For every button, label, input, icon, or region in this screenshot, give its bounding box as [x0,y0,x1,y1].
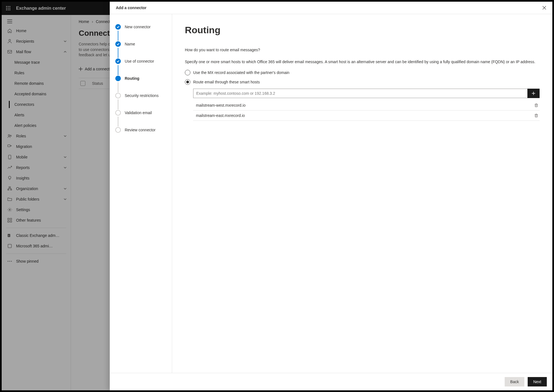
step-label: Routing [125,76,139,81]
smart-host-value: mailstream-west.mxrecord.io [196,103,246,107]
step-label: Validation email [125,111,152,115]
step-use-of-connector[interactable]: Use of connector [115,56,166,66]
step-done-icon [115,58,121,64]
option-mx-record[interactable]: Use the MX record associated with the pa… [185,70,540,75]
step-label: Use of connector [125,59,154,63]
step-name[interactable]: Name [115,39,166,49]
smart-host-value: mailstream-east.mxrecord.io [196,113,245,118]
step-label: Security restrictions [125,93,159,98]
step-future-icon [115,93,121,98]
content-heading: Routing [185,25,540,35]
step-review-connector[interactable]: Review connector [115,125,166,135]
step-future-icon [115,110,121,116]
svg-rect-45 [535,115,537,117]
add-host-button[interactable] [527,89,540,98]
step-label: New connector [125,25,150,29]
radio-label: Route email through these smart hosts [193,80,260,84]
add-connector-panel: Add a connector New connector Name Use o… [110,2,552,390]
step-done-icon [115,41,121,47]
wizard-steps: New connector Name Use of connector Rout… [110,14,172,373]
content-question: How do you want to route email messages? [185,47,540,53]
back-button[interactable]: Back [505,377,524,386]
content-explain: Specify one or more smart hosts to which… [185,59,540,65]
step-current-icon [115,76,121,81]
panel-title: Add a connector [116,6,146,10]
svg-rect-40 [535,104,537,107]
option-smart-hosts[interactable]: Route email through these smart hosts [185,79,540,85]
smart-host-input[interactable] [193,89,528,98]
step-done-icon [115,24,121,30]
smart-host-row: mailstream-east.mxrecord.io [193,111,540,121]
step-future-icon [115,127,121,133]
step-routing[interactable]: Routing [115,73,166,83]
step-new-connector[interactable]: New connector [115,22,166,32]
delete-host-button[interactable] [534,113,538,118]
panel-content: Routing How do you want to route email m… [172,14,552,373]
step-validation-email[interactable]: Validation email [115,108,166,118]
delete-host-button[interactable] [534,103,538,107]
step-security-restrictions[interactable]: Security restrictions [115,91,166,101]
radio-selected-icon [185,79,190,85]
radio-label: Use the MX record associated with the pa… [193,70,289,75]
radio-icon [185,70,190,75]
next-button[interactable]: Next [528,377,547,386]
smart-host-row: mailstream-west.mxrecord.io [193,100,540,111]
close-button[interactable] [542,6,546,10]
step-label: Review connector [125,128,155,132]
step-label: Name [125,42,135,46]
